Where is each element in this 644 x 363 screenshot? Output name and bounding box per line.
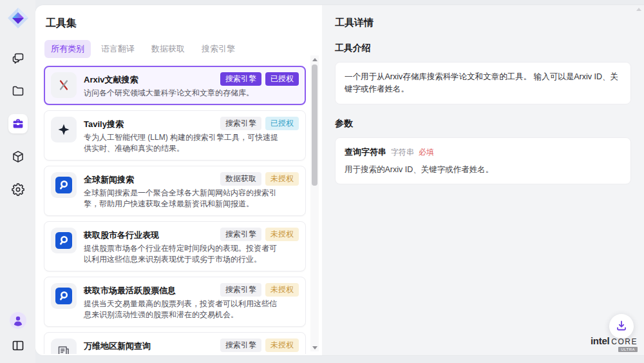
tool-card[interactable]: Tavily搜索 搜索引擎 已授权 专为人工智能代理 (LLM) 构建的搜索引擎… <box>44 110 306 161</box>
tool-card[interactable]: 全球新闻搜索 数据获取 未授权 全球新闻搜索是一个聚合全球各大新闻网站内容的搜索… <box>44 166 306 216</box>
tool-status-badge: 已授权 <box>265 72 299 86</box>
folder-icon[interactable] <box>8 81 28 101</box>
download-icon <box>615 319 628 334</box>
news-search-icon <box>51 172 77 198</box>
app-window: 工具集 所有类别语言翻译数据获取搜索引擎 Arxiv文献搜索 搜索引擎 已授权 … <box>35 5 644 355</box>
tool-name: Tavily搜索 <box>84 117 215 130</box>
tool-status-badge: 未授权 <box>265 228 299 241</box>
tool-name: Arxiv文献搜索 <box>84 72 215 85</box>
parameter-description: 用于搜索的Arxiv ID、关键字或作者姓名。 <box>345 164 621 175</box>
news-search-icon <box>51 228 77 253</box>
tool-status-badge: 未授权 <box>265 172 299 186</box>
tool-description: 提供股票市场各个行业在特定时间段内的表现。投资者可以利用这些信息来识别表现优于或… <box>84 243 278 265</box>
left-icon-rail <box>0 0 35 363</box>
tab-3[interactable]: 搜索引擎 <box>195 40 242 58</box>
page-title: 工具集 <box>46 17 322 30</box>
tool-card[interactable]: 获取市场最活跃股票信息 搜索引擎 未授权 提供当天交易量最高的股票列表，投资者可… <box>44 277 306 327</box>
parameter-type: 字符串 <box>391 147 414 158</box>
tool-description: 访问各个研究领域大量科学论文和文章的存储库。 <box>84 88 278 99</box>
parameter-card: 查询字符串 字符串 必填 用于搜索的Arxiv ID、关键字或作者姓名。 <box>335 137 631 184</box>
cube-icon[interactable] <box>8 147 28 166</box>
arxiv-icon <box>51 72 77 98</box>
tool-name: 万维地区新闻查询 <box>84 338 215 351</box>
intro-card: 一个用于从Arxiv存储库搜索科学论文和文章的工具。 输入可以是Arxiv ID… <box>335 62 631 104</box>
params-heading: 参数 <box>335 118 631 130</box>
user-avatar-icon[interactable] <box>8 311 28 330</box>
tool-category-badge: 搜索引擎 <box>220 338 261 352</box>
detail-title: 工具详情 <box>335 17 631 29</box>
scrollbar-thumb[interactable] <box>312 64 317 186</box>
tab-1[interactable]: 语言翻译 <box>95 40 141 58</box>
tool-category-badge: 搜索引擎 <box>220 72 261 86</box>
scrollbar-down-arrow[interactable] <box>310 344 319 351</box>
tab-0[interactable]: 所有类别 <box>44 40 91 58</box>
tool-description: 提供当天交易量最高的股票列表，投资者可以利用这些信息来识别流动性强的股票和潜在的… <box>84 299 278 320</box>
panel-toggle-icon[interactable] <box>8 336 28 355</box>
tool-card[interactable]: Arxiv文献搜索 搜索引擎 已授权 访问各个研究领域大量科学论文和文章的存储库… <box>44 66 306 105</box>
tool-category-badge: 搜索引擎 <box>220 283 261 297</box>
toolbox-icon[interactable] <box>8 114 28 133</box>
detail-scrollbar-up-arrow[interactable] <box>636 8 641 11</box>
tool-list: Arxiv文献搜索 搜索引擎 已授权 访问各个研究领域大量科学论文和文章的存储库… <box>44 66 306 354</box>
tool-description: 全球新闻搜索是一个聚合全球各大新闻网站内容的搜索引擎，帮助用户快速获取全球最新资… <box>84 188 278 210</box>
tool-detail-pane: 工具详情 工具介绍 一个用于从Arxiv存储库搜索科学论文和文章的工具。 输入可… <box>322 5 644 355</box>
tool-name: 全球新闻搜索 <box>84 172 215 185</box>
tool-category-badge: 搜索引擎 <box>220 228 261 241</box>
intel-wordmark: intel <box>591 336 609 346</box>
news-search-icon <box>51 283 77 309</box>
tool-status-badge: 未授权 <box>265 283 299 297</box>
parameter-required-badge: 必填 <box>419 147 434 158</box>
tool-category-badge: 搜索引擎 <box>220 117 261 130</box>
tavily-star-icon <box>51 117 77 142</box>
tool-name: 获取市场最活跃股票信息 <box>84 283 215 296</box>
intel-core-logo: intel CORE ULTRA <box>591 336 638 352</box>
list-scrollbar[interactable] <box>310 55 319 351</box>
core-wordmark: CORE <box>611 338 638 346</box>
tool-description: 专为人工智能代理 (LLM) 构建的搜索引擎工具，可快速提供实时、准确和真实的结… <box>84 132 278 154</box>
tool-list-pane: 工具集 所有类别语言翻译数据获取搜索引擎 Arxiv文献搜索 搜索引擎 已授权 … <box>35 5 322 355</box>
parameter-name: 查询字符串 <box>345 146 386 158</box>
tool-card[interactable]: 万维地区新闻查询 搜索引擎 未授权 查询具体行政区划内的新闻，快速了解各地新闻动 <box>44 332 306 354</box>
download-button[interactable] <box>609 314 634 338</box>
category-tabs: 所有类别语言翻译数据获取搜索引擎 <box>44 40 322 58</box>
settings-gear-icon[interactable] <box>8 180 28 199</box>
scrollbar-up-arrow[interactable] <box>310 55 319 63</box>
tool-card[interactable]: 获取股市各行业表现 搜索引擎 未授权 提供股票市场各个行业在特定时间段内的表现。… <box>44 221 306 271</box>
ultra-badge: ULTRA <box>618 347 638 352</box>
tab-2[interactable]: 数据获取 <box>145 40 191 58</box>
chat-icon[interactable] <box>8 48 28 68</box>
tool-status-badge: 已授权 <box>265 117 299 130</box>
tool-status-badge: 未授权 <box>265 338 299 352</box>
intro-heading: 工具介绍 <box>335 43 631 54</box>
diamond-logo-icon <box>7 7 29 29</box>
tool-name: 获取股市各行业表现 <box>84 228 215 240</box>
tool-category-badge: 数据获取 <box>220 172 261 186</box>
newspaper-icon <box>51 338 77 354</box>
intro-text: 一个用于从Arxiv存储库搜索科学论文和文章的工具。 输入可以是Arxiv ID… <box>345 71 621 95</box>
